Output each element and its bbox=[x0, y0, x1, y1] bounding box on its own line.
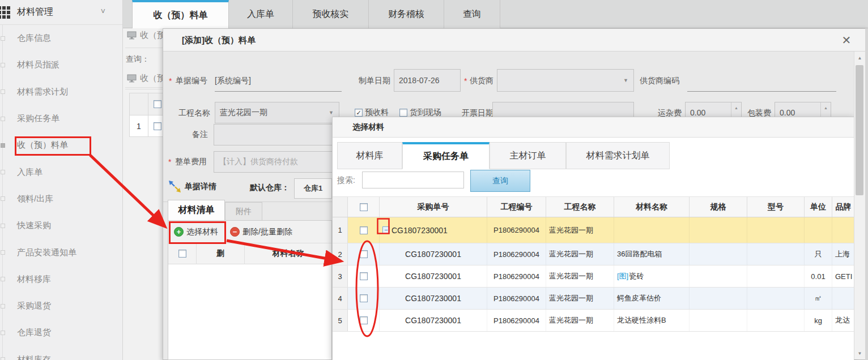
delete-material-button[interactable]: − 删除/批量删除 bbox=[230, 227, 292, 237]
row-checkbox[interactable] bbox=[360, 272, 368, 280]
cell-po: CG1807230001 bbox=[380, 288, 487, 309]
query-button[interactable]: 查询 bbox=[470, 170, 530, 192]
sidebar-item-6[interactable]: 领料/出库 bbox=[0, 186, 122, 212]
cell-proj_no: P1806290004 bbox=[487, 310, 546, 331]
scroll-down-icon[interactable]: ▼ bbox=[854, 348, 865, 358]
col-header-0[interactable]: 采购单号 bbox=[380, 197, 487, 217]
cell-brand bbox=[832, 288, 855, 309]
col-header-4[interactable]: 规格 bbox=[690, 197, 747, 217]
cell-proj_name: 蓝光花园一期 bbox=[546, 217, 614, 243]
row-checkbox[interactable] bbox=[360, 250, 368, 258]
cell-proj_no: P1806290004 bbox=[487, 217, 546, 243]
bg-table-row[interactable]: 1 bbox=[129, 115, 163, 137]
dialog-tabs: 材料库采购任务单主材订单材料需求计划单 bbox=[333, 142, 854, 169]
divider bbox=[125, 48, 163, 48]
cell-material: 36回路配电箱 bbox=[614, 243, 690, 265]
cell-unit bbox=[805, 217, 832, 243]
spin-up-icon[interactable]: ▲ bbox=[731, 102, 741, 113]
select-material-button[interactable]: + 选择材料 bbox=[174, 227, 218, 237]
supplier-code-field[interactable] bbox=[687, 70, 836, 92]
table-row-4[interactable]: 4CG1807230001P1806290004蓝光花园一期鳄鱼皮革估价㎡ bbox=[333, 288, 855, 310]
chevron-down-icon[interactable]: ˅ bbox=[101, 7, 105, 16]
cell-model bbox=[747, 310, 805, 331]
modal-scrollbar[interactable]: ▲ ▼ bbox=[854, 52, 865, 359]
pre-receive-checkbox[interactable]: ✓ bbox=[355, 109, 363, 117]
col-header-7[interactable]: 品牌 bbox=[832, 197, 855, 217]
toolbar-separator bbox=[225, 227, 225, 237]
table-row-3[interactable]: 3CG1807230001P1806290004蓝光花园一期[图]瓷砖0.01G… bbox=[333, 265, 855, 288]
sidebar-item-5[interactable]: 入库单 bbox=[0, 158, 122, 185]
remark-field[interactable] bbox=[214, 124, 333, 145]
table-row-1[interactable]: 1−CG1807230001P1806290004蓝光花园一期 bbox=[333, 217, 855, 243]
search-input[interactable] bbox=[362, 172, 464, 188]
sidebar-item-7[interactable]: 快速采购 bbox=[0, 212, 122, 239]
select-all-checkbox[interactable] bbox=[178, 250, 186, 258]
supplier-select[interactable]: ▼ bbox=[497, 69, 634, 92]
sidebar-item-1[interactable]: 材料员指派 bbox=[0, 52, 122, 78]
doc-no-field[interactable]: [系统编号] bbox=[215, 70, 342, 92]
scrollbar-thumb[interactable] bbox=[856, 65, 863, 195]
dialog-tab-3[interactable]: 材料需求计划单 bbox=[566, 142, 670, 169]
arrived-checkbox[interactable] bbox=[399, 109, 407, 117]
sidebar-item-2[interactable]: 材料需求计划 bbox=[0, 79, 122, 105]
cell-model bbox=[747, 265, 805, 287]
project-select[interactable]: 蓝光花园一期 ▼ bbox=[215, 102, 339, 123]
dialog-tab-0[interactable]: 材料库 bbox=[337, 142, 402, 169]
required-mark: * bbox=[464, 76, 467, 85]
top-tab-4[interactable]: 查询 bbox=[444, 0, 500, 28]
sidebar-item-9[interactable]: 材料移库 bbox=[0, 266, 122, 293]
dialog-tab-1[interactable]: 采购任务单 bbox=[402, 142, 490, 169]
table-header-row: 采购单号工程编号工程名称材料名称规格型号单位品牌 bbox=[333, 196, 855, 217]
row-checkbox[interactable] bbox=[360, 226, 368, 234]
purchase-order-table: 采购单号工程编号工程名称材料名称规格型号单位品牌1−CG1807230001P1… bbox=[333, 196, 855, 332]
image-link[interactable]: [图] bbox=[617, 271, 628, 281]
sidebar-header[interactable]: 材料管理 ˅ bbox=[0, 0, 122, 25]
cell-unit: kg bbox=[805, 310, 832, 331]
top-tab-1[interactable]: 入库单 bbox=[229, 0, 293, 28]
top-tab-0[interactable]: 收（预）料单 bbox=[132, 0, 229, 28]
sidebar-item-11[interactable]: 仓库退货 bbox=[0, 319, 122, 346]
col-header-5[interactable]: 型号 bbox=[747, 197, 805, 217]
row-checkbox[interactable] bbox=[154, 122, 161, 130]
tab-attachments[interactable]: 附件 bbox=[225, 202, 262, 220]
table-row-2[interactable]: 2CG1807230001P1806290004蓝光花园一期36回路配电箱只上海 bbox=[333, 243, 855, 265]
row-checkbox[interactable] bbox=[360, 316, 368, 324]
sidebar-item-10[interactable]: 采购退货 bbox=[0, 293, 122, 319]
col-header-3[interactable]: 材料名称 bbox=[614, 197, 690, 217]
sidebar-item-3[interactable]: 采购任务单 bbox=[0, 105, 122, 132]
select-all-checkbox[interactable] bbox=[154, 100, 161, 108]
sidebar-item-8[interactable]: 产品安装通知单 bbox=[0, 239, 122, 265]
modal-titlebar: [添加]收（预）料单 ✕ bbox=[163, 29, 868, 52]
search-label: 搜索: bbox=[337, 175, 355, 186]
select-all-checkbox[interactable] bbox=[360, 203, 368, 211]
dropdown-arrow-icon[interactable]: ▼ bbox=[623, 78, 628, 83]
default-warehouse-field[interactable]: 仓库1 bbox=[294, 178, 332, 199]
close-icon[interactable]: ✕ bbox=[840, 33, 853, 47]
scroll-up-icon[interactable]: ▲ bbox=[854, 53, 865, 63]
sidebar-item-4[interactable]: 收（预）料单 bbox=[0, 132, 122, 158]
sidebar-item-12[interactable]: 材料库存 bbox=[0, 346, 122, 360]
col-header-2[interactable]: 工程名称 bbox=[546, 197, 614, 217]
material-grid-header: 删 材料名称 bbox=[168, 243, 331, 264]
top-tab-3[interactable]: 财务稽核 bbox=[369, 0, 444, 28]
cell-po: CG1807230001 bbox=[380, 310, 487, 331]
col-header-1[interactable]: 工程编号 bbox=[487, 197, 546, 217]
cell-model bbox=[747, 217, 805, 243]
col-header-6[interactable]: 单位 bbox=[805, 197, 832, 217]
dropdown-arrow-icon[interactable]: ▼ bbox=[329, 110, 334, 115]
make-date-field[interactable]: 2018-07-26 bbox=[394, 69, 461, 92]
top-tab-2[interactable]: 预收核实 bbox=[293, 0, 369, 28]
table-row-5[interactable]: 5CG1807230001P1806290004蓝光花园一期龙达硬性涂料Bkg龙… bbox=[333, 310, 855, 332]
cell-po: −CG1807230001 bbox=[380, 217, 487, 243]
default-warehouse-label: 默认仓库： bbox=[250, 183, 290, 193]
bg-table-fragment: 1 bbox=[129, 93, 163, 137]
row-checkbox[interactable] bbox=[360, 294, 368, 302]
sidebar-item-0[interactable]: 仓库信息 bbox=[0, 25, 122, 52]
order-cost-field[interactable]: 【计入】供货商待付款 bbox=[214, 151, 333, 173]
tab-material-list[interactable]: 材料清单 bbox=[168, 200, 225, 220]
col-delete: 删 bbox=[197, 243, 245, 264]
spin-up-icon[interactable]: ▲ bbox=[821, 102, 831, 113]
dialog-tab-2[interactable]: 主材订单 bbox=[490, 142, 566, 169]
collapse-icon[interactable]: − bbox=[382, 226, 390, 234]
doc-no-label: 单据编号 bbox=[176, 76, 207, 86]
